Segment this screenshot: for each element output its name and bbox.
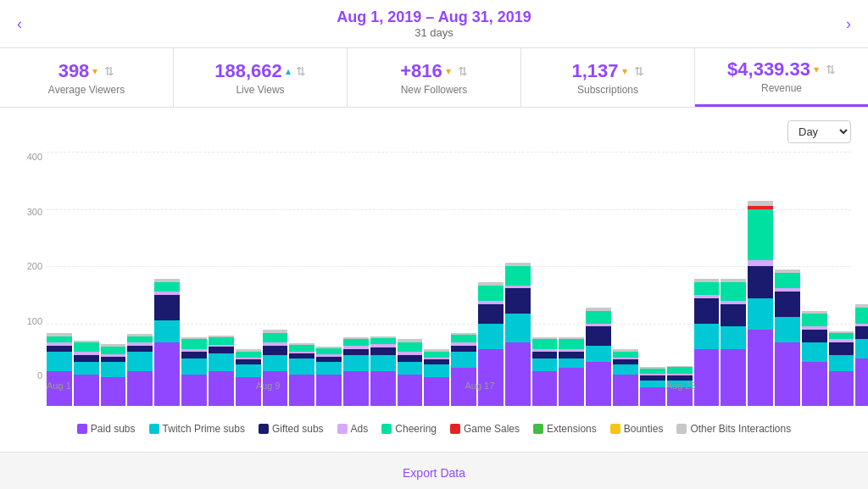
bar-segment xyxy=(829,333,854,340)
legend-color-dot xyxy=(450,424,460,434)
y-label-300: 300 xyxy=(27,207,42,217)
bar-segment xyxy=(236,364,261,377)
bar-segment xyxy=(694,298,720,324)
bar-segment xyxy=(478,286,504,302)
bar-segment xyxy=(74,362,99,375)
bar-column xyxy=(586,152,611,406)
bar-column xyxy=(532,152,558,406)
bar-segment xyxy=(532,352,558,358)
bar-segment xyxy=(154,282,180,292)
bar-segment xyxy=(263,355,288,371)
bar-segment xyxy=(559,352,584,358)
bar-segment xyxy=(209,337,234,345)
bar-segment xyxy=(343,339,369,346)
bar-segment xyxy=(748,266,773,298)
bar-segment xyxy=(559,358,584,368)
bar-stack[interactable] xyxy=(855,304,868,406)
bar-segment xyxy=(370,338,396,345)
bar-segment xyxy=(47,346,72,353)
y-label-400: 400 xyxy=(27,152,42,162)
bar-segment xyxy=(802,314,827,326)
new-followers-value: +816 xyxy=(400,60,442,82)
bar-segment xyxy=(370,355,396,371)
stat-average-viewers: 398 ▾ ⇅ Average Viewers xyxy=(0,48,174,107)
bar-column xyxy=(47,152,72,406)
bar-segment xyxy=(855,339,868,358)
bar-segment xyxy=(127,346,153,353)
revenue-sort-icon[interactable]: ⇅ xyxy=(826,64,836,75)
bar-segment xyxy=(694,282,720,295)
bar-segment xyxy=(775,273,800,289)
bar-segment xyxy=(451,346,476,353)
y-label-0: 0 xyxy=(37,370,42,381)
legend-item: Game Sales xyxy=(450,423,520,435)
subs-sort-icon[interactable]: ⇅ xyxy=(634,65,644,77)
legend-item: Cheering xyxy=(381,423,437,435)
bar-segment xyxy=(398,362,423,375)
bar-segment xyxy=(316,348,342,355)
bar-segment xyxy=(451,335,476,342)
bar-column xyxy=(127,152,153,406)
bar-segment xyxy=(586,311,611,324)
bar-segment xyxy=(74,355,99,361)
legend-color-dot xyxy=(533,424,543,434)
stat-new-followers: +816 ▾ ⇅ New Followers xyxy=(348,48,521,107)
stat-revenue: $4,339.33 ▾ ⇅ Revenue xyxy=(695,48,868,107)
prev-period-button[interactable]: ‹ xyxy=(8,11,31,37)
bar-segment xyxy=(209,353,234,371)
legend-label: Gifted subs xyxy=(272,423,324,435)
bar-column xyxy=(316,152,342,406)
x-label-aug1: Aug 1 xyxy=(47,381,71,391)
bar-segment xyxy=(775,317,800,342)
x-label-aug17: Aug 17 xyxy=(465,381,494,391)
bar-segment xyxy=(343,355,369,371)
bar-segment xyxy=(613,364,638,374)
bar-column xyxy=(343,152,369,406)
revenue-value: $4,339.33 xyxy=(727,58,810,81)
revenue-dropdown-icon: ▾ xyxy=(814,64,819,75)
bar-segment xyxy=(721,326,746,348)
bar-segment xyxy=(559,339,584,348)
bar-segment xyxy=(613,352,638,358)
bar-segment xyxy=(101,347,126,354)
chart-inner xyxy=(47,152,868,406)
bar-column xyxy=(667,152,693,406)
bar-column xyxy=(559,152,584,406)
legend-color-dot xyxy=(610,424,620,434)
bar-segment xyxy=(748,298,773,331)
bar-segment xyxy=(586,326,611,346)
y-label-200: 200 xyxy=(27,261,42,271)
viewers-sort-icon[interactable]: ⇅ xyxy=(104,65,114,77)
legend-item: Bounties xyxy=(610,423,664,435)
bar-segment xyxy=(748,209,773,260)
legend-label: Extensions xyxy=(547,423,597,435)
bar-segment xyxy=(855,326,868,339)
bar-segment xyxy=(667,367,693,374)
bar-column xyxy=(613,152,638,406)
bar-segment xyxy=(181,358,207,375)
followers-sort-icon[interactable]: ⇅ xyxy=(458,65,468,77)
bar-column xyxy=(263,152,288,406)
time-period-select[interactable]: Day Week Month xyxy=(787,120,851,143)
bar-segment xyxy=(451,352,476,368)
bar-segment xyxy=(47,352,72,371)
bar-column xyxy=(748,152,773,406)
live-views-sort-icon[interactable]: ⇅ xyxy=(296,65,306,77)
bar-column xyxy=(181,152,207,406)
bar-column xyxy=(101,152,126,406)
bar-segment xyxy=(398,355,423,362)
legend-color-dot xyxy=(676,424,687,434)
export-data-link[interactable]: Export Data xyxy=(403,466,465,480)
bar-segment xyxy=(154,295,180,320)
bar-segment xyxy=(748,260,773,267)
bar-segment xyxy=(181,352,207,358)
bar-segment xyxy=(263,346,288,355)
bar-column xyxy=(154,152,180,406)
bar-column xyxy=(694,152,720,406)
bar-segment xyxy=(181,339,207,348)
legend-color-dot xyxy=(149,424,159,434)
next-period-button[interactable]: › xyxy=(837,11,860,37)
bar-segment xyxy=(478,324,504,349)
bar-column xyxy=(370,152,396,406)
bar-stack[interactable] xyxy=(748,201,773,406)
